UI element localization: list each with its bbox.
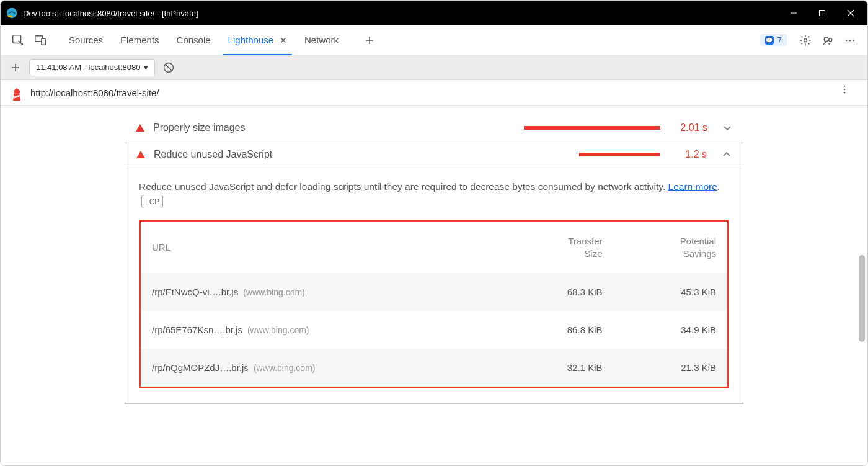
svg-point-16	[853, 39, 855, 41]
tab-sources[interactable]: Sources	[60, 25, 112, 55]
audit-description: Reduce unused JavaScript and defer loadi…	[139, 179, 729, 208]
tab-label: Sources	[69, 35, 103, 45]
svg-point-12	[824, 37, 828, 42]
resource-domain: (www.bing.com)	[254, 363, 316, 373]
audit-header[interactable]: Reduce unused JavaScript 1.2 s	[125, 141, 743, 168]
svg-point-15	[849, 39, 851, 41]
transfer-size: 86.8 KiB	[502, 311, 613, 349]
lighthouse-icon	[11, 87, 23, 99]
transfer-size: 68.3 KiB	[502, 273, 613, 311]
table-row[interactable]: /rp/EtNwcQ-vi….br.js(www.bing.com) 68.3 …	[141, 273, 727, 311]
tab-label: Network	[304, 35, 339, 45]
new-report-button[interactable]	[7, 59, 24, 76]
tab-lighthouse[interactable]: Lighthouse✕	[219, 25, 296, 55]
more-tabs-button[interactable]	[358, 29, 381, 52]
table-header-row: URL TransferSize PotentialSavings	[141, 222, 727, 273]
more-menu-icon[interactable]	[839, 29, 861, 52]
window-title: DevTools - localhost:8080/travel-site/ -…	[23, 9, 198, 18]
report-menu-icon[interactable]	[839, 84, 857, 102]
vertical-scrollbar[interactable]	[856, 119, 865, 454]
device-toggle-icon[interactable]	[29, 29, 51, 52]
report-content: Properly size images 2.01 s Reduce unuse…	[1, 106, 867, 466]
impact-bar	[524, 126, 660, 130]
devtools-tabs: Sources Elements Console Lighthouse✕ Net…	[1, 25, 867, 55]
learn-more-link[interactable]: Learn more	[668, 181, 717, 192]
svg-point-21	[844, 85, 846, 87]
audited-url: http://localhost:8080/travel-site/	[30, 87, 159, 98]
resource-path: /rp/nQgMOPZdJ….br.js	[152, 362, 249, 373]
svg-rect-8	[42, 38, 45, 45]
close-icon[interactable]: ✕	[280, 35, 287, 45]
svg-point-14	[846, 39, 848, 41]
caret-down-icon: ▾	[144, 63, 148, 72]
col-url: URL	[141, 222, 502, 273]
tab-network[interactable]: Network	[296, 25, 347, 55]
tab-elements[interactable]: Elements	[112, 25, 168, 55]
window-maximize-button[interactable]	[808, 1, 836, 25]
report-selector[interactable]: 11:41:08 AM - localhost:8080 ▾	[29, 59, 155, 76]
resource-domain: (www.bing.com)	[247, 325, 309, 335]
fail-triangle-icon	[136, 124, 144, 132]
issues-badge[interactable]: 💬 7	[760, 34, 787, 46]
resource-path: /rp/65E767Ksn….br.js	[152, 325, 242, 335]
tab-label: Elements	[120, 35, 159, 45]
issues-icon: 💬	[765, 36, 774, 45]
audit-row-reduce-unused-js: Reduce unused JavaScript 1.2 s Reduce un…	[125, 141, 743, 404]
feedback-icon[interactable]	[817, 29, 839, 52]
impact-bar	[579, 153, 660, 156]
svg-line-20	[166, 64, 173, 71]
settings-icon[interactable]	[794, 29, 817, 52]
lighthouse-toolbar: 11:41:08 AM - localhost:8080 ▾	[1, 55, 867, 80]
chevron-down-icon[interactable]	[722, 123, 732, 133]
svg-rect-1	[8, 16, 13, 17]
issues-count: 7	[777, 35, 782, 45]
lighthouse-urlbar: http://localhost:8080/travel-site/	[1, 80, 867, 106]
scroll-thumb[interactable]	[859, 255, 865, 342]
audit-metric: 1.2 s	[677, 149, 707, 160]
inspect-icon[interactable]	[7, 29, 29, 52]
tab-label: Console	[177, 35, 211, 45]
table-row[interactable]: /rp/nQgMOPZdJ….br.js(www.bing.com) 32.1 …	[141, 349, 727, 387]
app-icon	[6, 7, 18, 19]
svg-point-22	[844, 88, 846, 90]
audit-metric: 2.01 s	[678, 122, 707, 133]
window-titlebar: DevTools - localhost:8080/travel-site/ -…	[1, 1, 867, 25]
potential-savings: 45.3 KiB	[614, 273, 728, 311]
window-minimize-button[interactable]	[779, 1, 808, 25]
resource-path: /rp/EtNwcQ-vi….br.js	[152, 287, 238, 297]
audit-title: Reduce unused JavaScript	[154, 149, 272, 160]
svg-point-11	[804, 38, 807, 42]
table-row[interactable]: /rp/65E767Ksn….br.js(www.bing.com) 86.8 …	[141, 311, 727, 349]
tab-console[interactable]: Console	[168, 25, 219, 55]
window-close-button[interactable]	[836, 1, 865, 25]
tab-label: Lighthouse	[228, 35, 273, 45]
report-label: 11:41:08 AM - localhost:8080	[36, 63, 140, 72]
chevron-up-icon[interactable]	[722, 150, 732, 159]
lcp-badge: LCP	[141, 195, 163, 208]
svg-point-13	[829, 38, 832, 41]
opportunity-table: URL TransferSize PotentialSavings	[139, 220, 729, 388]
audit-title: Properly size images	[153, 122, 246, 133]
audit-row-properly-size-images[interactable]: Properly size images 2.01 s	[125, 115, 743, 141]
resource-domain: (www.bing.com)	[243, 287, 305, 297]
fail-triangle-icon	[136, 151, 145, 158]
svg-point-23	[844, 91, 846, 93]
potential-savings: 21.3 KiB	[614, 349, 728, 387]
audit-body: Reduce unused JavaScript and defer loadi…	[125, 168, 743, 403]
transfer-size: 32.1 KiB	[502, 349, 613, 387]
svg-rect-3	[820, 11, 825, 16]
col-transfer-size: TransferSize	[502, 222, 613, 273]
col-potential-savings: PotentialSavings	[614, 222, 728, 273]
potential-savings: 34.9 KiB	[614, 311, 728, 349]
clear-icon[interactable]	[160, 59, 177, 76]
